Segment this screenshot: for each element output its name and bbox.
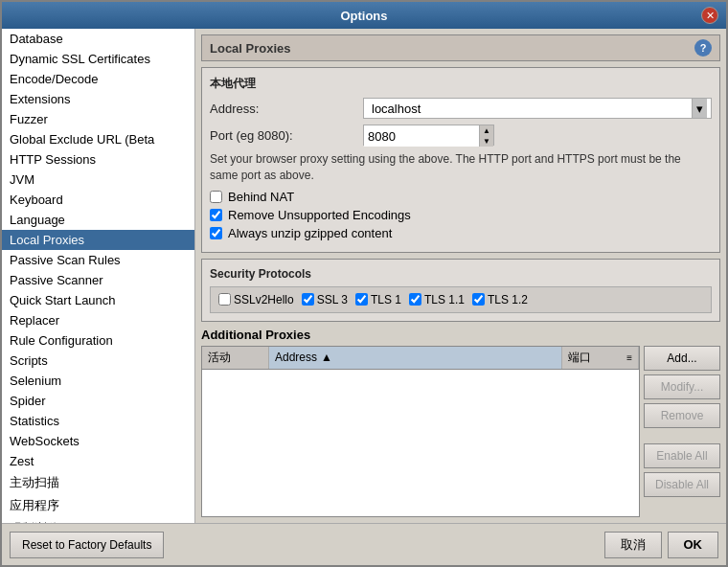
main-panel: Local Proxies ? 本地代理 Address: localhost …	[195, 29, 726, 523]
local-proxy-section: 本地代理 Address: localhost ▾ Port (eg 8080)…	[201, 67, 720, 253]
additional-proxies-section: Additional Proxies 活动 Address ▲ 端口 ≡	[201, 328, 720, 517]
address-input-wrapper: localhost ▾	[363, 98, 712, 119]
sidebar-item-http-sessions[interactable]: HTTP Sessions	[2, 149, 194, 170]
tls11-checkbox[interactable]	[409, 293, 421, 306]
content-area: DatabaseDynamic SSL CertificatesEncode/D…	[2, 29, 726, 523]
sidebar-item-database[interactable]: Database	[2, 29, 194, 49]
sort-icon: ▲	[321, 351, 332, 364]
port-input-wrapper: 8080 ▲ ▼	[363, 125, 494, 146]
title-bar: Options ✕	[2, 2, 726, 29]
table-body	[202, 370, 639, 516]
remove-unsupported-label: Remove Unsupported Encodings	[228, 208, 411, 222]
proxy-buttons: Add... Modify... Remove Enable All Disab…	[644, 346, 720, 517]
help-icon[interactable]: ?	[694, 39, 712, 57]
behind-nat-row: Behind NAT	[210, 190, 712, 204]
port-spinner: ▲ ▼	[479, 125, 493, 147]
sidebar-item-quick-start[interactable]: Quick Start Launch	[2, 290, 194, 310]
address-dropdown-arrow[interactable]: ▾	[692, 99, 707, 118]
panel-title: Local Proxies	[210, 41, 291, 56]
tls1-checkbox[interactable]	[355, 293, 368, 306]
table-header: 活动 Address ▲ 端口 ≡	[202, 347, 639, 370]
sidebar-item-spider[interactable]: Spider	[2, 391, 194, 411]
th-address: Address ▲	[269, 347, 562, 369]
sidebar-item-websockets[interactable]: WebSockets	[2, 431, 194, 451]
protocol-sslv2hello: SSLv2Hello	[218, 293, 294, 306]
remove-button[interactable]: Remove	[644, 403, 720, 428]
sslv2hello-checkbox[interactable]	[218, 293, 231, 306]
port-down-button[interactable]: ▼	[480, 136, 493, 147]
enable-all-button[interactable]: Enable All	[644, 443, 720, 468]
proxy-info-text: Set your browser proxy setting using the…	[210, 151, 712, 184]
sidebar-item-language[interactable]: Language	[2, 210, 194, 230]
sidebar-item-statistics[interactable]: Statistics	[2, 411, 194, 431]
address-row: Address: localhost ▾	[210, 98, 712, 119]
protocol-tls11: TLS 1.1	[409, 293, 465, 306]
sslv2hello-label: SSLv2Hello	[234, 293, 294, 306]
disable-all-button[interactable]: Disable All	[644, 472, 720, 497]
panel-header: Local Proxies ?	[201, 34, 720, 61]
th-port: 端口 ≡	[562, 347, 639, 369]
sidebar: DatabaseDynamic SSL CertificatesEncode/D…	[2, 29, 195, 523]
th-active: 活动	[202, 347, 269, 369]
ok-button[interactable]: OK	[668, 532, 719, 558]
port-value[interactable]: 8080	[364, 125, 479, 147]
ssl3-label: SSL 3	[317, 293, 348, 306]
local-proxy-title: 本地代理	[210, 76, 712, 92]
sidebar-item-scripts[interactable]: Scripts	[2, 351, 194, 371]
tls1-label: TLS 1	[371, 293, 401, 306]
sidebar-item-dynamic-ssl[interactable]: Dynamic SSL Certificates	[2, 49, 194, 69]
reset-button[interactable]: Reset to Factory Defaults	[10, 532, 164, 558]
sidebar-item-fuzzer[interactable]: Fuzzer	[2, 109, 194, 129]
always-unzip-checkbox[interactable]	[210, 227, 222, 239]
modify-button[interactable]: Modify...	[644, 374, 720, 399]
tls12-checkbox[interactable]	[472, 293, 485, 306]
cancel-button[interactable]: 取消	[604, 532, 662, 558]
action-buttons: 取消 OK	[604, 532, 719, 558]
additional-proxies-title: Additional Proxies	[201, 328, 720, 342]
remove-unsupported-checkbox[interactable]	[210, 209, 222, 221]
sidebar-item-zest[interactable]: Zest	[2, 451, 194, 471]
bottom-bar: Reset to Factory Defaults 取消 OK	[2, 523, 726, 565]
port-sort-icon: ≡	[626, 352, 632, 363]
table-area: 活动 Address ▲ 端口 ≡	[201, 346, 720, 517]
protocol-tls1: TLS 1	[355, 293, 401, 306]
address-label: Address:	[210, 102, 363, 116]
behind-nat-checkbox[interactable]	[210, 191, 222, 203]
close-button[interactable]: ✕	[701, 7, 718, 24]
tls11-label: TLS 1.1	[424, 293, 465, 306]
tls12-label: TLS 1.2	[488, 293, 528, 306]
sidebar-item-local-proxies[interactable]: Local Proxies	[2, 230, 194, 250]
sidebar-item-extensions[interactable]: Extensions	[2, 89, 194, 109]
add-button[interactable]: Add...	[644, 346, 720, 371]
port-row: Port (eg 8080): 8080 ▲ ▼	[210, 125, 712, 146]
protocols-container: SSLv2Hello SSL 3 TLS 1 TLS 1.1	[210, 286, 712, 313]
sidebar-item-rule-config[interactable]: Rule Configuration	[2, 330, 194, 351]
options-dialog: Options ✕ DatabaseDynamic SSL Certificat…	[0, 0, 728, 567]
sidebar-item-global-exclude[interactable]: Global Exclude URL (Beta	[2, 129, 194, 149]
sidebar-item-encode-decode[interactable]: Encode/Decode	[2, 69, 194, 89]
security-title: Security Protocols	[210, 267, 712, 281]
sidebar-item-applications[interactable]: 应用程序	[2, 494, 194, 517]
always-unzip-label: Always unzip gzipped content	[228, 226, 392, 240]
port-col-label: 端口	[568, 350, 591, 366]
sidebar-item-passive-scanner[interactable]: Passive Scanner	[2, 270, 194, 290]
port-label: Port (eg 8080):	[210, 128, 363, 143]
sidebar-item-replacer[interactable]: Replacer	[2, 310, 194, 330]
address-value[interactable]: localhost	[368, 102, 692, 116]
sidebar-item-keyboard[interactable]: Keyboard	[2, 190, 194, 210]
security-protocols-section: Security Protocols SSLv2Hello SSL 3 TLS …	[201, 259, 720, 322]
dialog-title: Options	[27, 9, 701, 23]
ssl3-checkbox[interactable]	[302, 293, 314, 306]
remove-unsupported-row: Remove Unsupported Encodings	[210, 208, 712, 222]
sidebar-item-passive-scan-rules[interactable]: Passive Scan Rules	[2, 250, 194, 270]
port-up-button[interactable]: ▲	[480, 125, 493, 136]
protocol-tls12: TLS 1.2	[472, 293, 528, 306]
sidebar-item-selenium[interactable]: Selenium	[2, 371, 194, 391]
protocol-ssl3: SSL 3	[302, 293, 348, 306]
behind-nat-label: Behind NAT	[228, 190, 294, 204]
sidebar-item-jvm[interactable]: JVM	[2, 170, 194, 190]
sidebar-item-active-scan[interactable]: 主动扫描	[2, 471, 194, 494]
proxy-table: 活动 Address ▲ 端口 ≡	[201, 346, 640, 517]
always-unzip-row: Always unzip gzipped content	[210, 226, 712, 240]
